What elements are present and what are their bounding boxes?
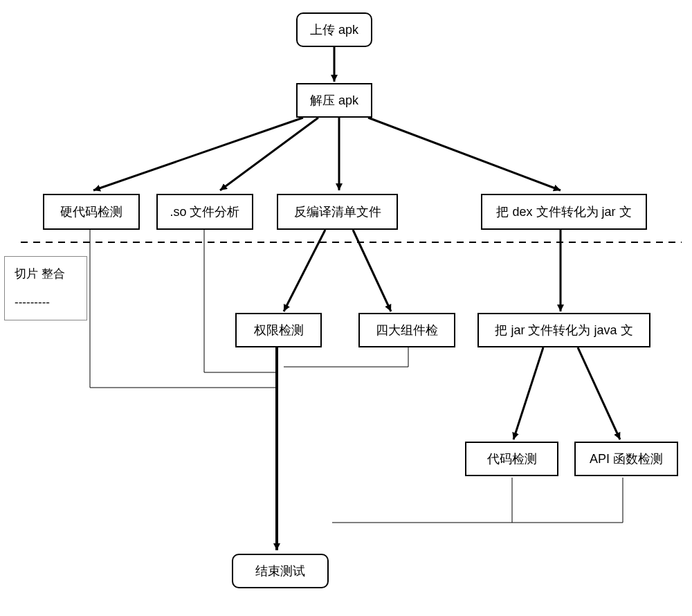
node-label: 结束测试 bbox=[255, 563, 305, 579]
svg-line-1 bbox=[93, 118, 303, 190]
node-jar-to-java: 把 jar 文件转化为 java 文 bbox=[477, 313, 650, 347]
node-label: 硬代码检测 bbox=[60, 203, 122, 220]
node-permission-check: 权限检测 bbox=[235, 313, 322, 347]
node-label: 解压 apk bbox=[310, 92, 358, 109]
sidebox-line2: --------- bbox=[15, 292, 77, 314]
node-label: .so 文件分析 bbox=[170, 203, 239, 220]
svg-line-7 bbox=[353, 230, 391, 311]
node-label: 上传 apk bbox=[310, 21, 358, 38]
node-dex-to-jar: 把 dex 文件转化为 jar 文 bbox=[481, 194, 647, 230]
node-decompile-manifest: 反编译清单文件 bbox=[277, 194, 398, 230]
slice-integrate-box: 切片 整合 --------- bbox=[4, 256, 87, 320]
node-unzip-apk: 解压 apk bbox=[296, 83, 372, 118]
node-hardcode-check: 硬代码检测 bbox=[43, 194, 140, 230]
node-api-check: API 函数检测 bbox=[574, 442, 678, 476]
node-label: 权限检测 bbox=[254, 322, 304, 338]
node-components-check: 四大组件检 bbox=[358, 313, 455, 347]
node-label: API 函数检测 bbox=[590, 451, 663, 467]
svg-line-10 bbox=[578, 347, 620, 440]
node-code-check: 代码检测 bbox=[465, 442, 558, 476]
svg-line-9 bbox=[513, 347, 543, 440]
node-so-file-analysis: .so 文件分析 bbox=[156, 194, 253, 230]
sidebox-line1: 切片 整合 bbox=[15, 264, 77, 285]
node-upload-apk: 上传 apk bbox=[296, 12, 372, 47]
svg-line-6 bbox=[284, 230, 325, 311]
node-label: 反编译清单文件 bbox=[294, 203, 381, 220]
node-end-test: 结束测试 bbox=[232, 554, 329, 588]
node-label: 把 jar 文件转化为 java 文 bbox=[495, 322, 632, 338]
svg-line-4 bbox=[368, 118, 561, 190]
node-label: 代码检测 bbox=[487, 451, 537, 467]
svg-line-2 bbox=[220, 118, 318, 190]
node-label: 四大组件检 bbox=[376, 322, 438, 338]
node-label: 把 dex 文件转化为 jar 文 bbox=[496, 203, 631, 220]
